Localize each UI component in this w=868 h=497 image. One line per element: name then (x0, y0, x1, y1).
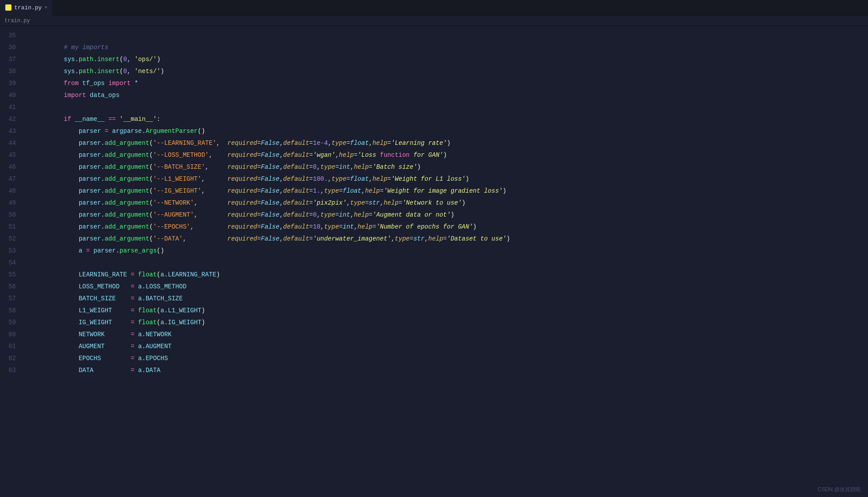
tab-train-py[interactable]: train.py × (0, 0, 53, 16)
code-area[interactable]: # my imports sys.path.insert(0, 'ops/') … (23, 26, 868, 497)
code-line-39: import data_ops (27, 78, 868, 89)
breadcrumb-bar: train.py (0, 16, 868, 26)
editor: 35 36 37 38 39 40 41 42 43 44 45 46 47 4… (0, 26, 868, 497)
line-numbers: 35 36 37 38 39 40 41 42 43 44 45 46 47 4… (0, 26, 23, 497)
code-line-40 (27, 89, 868, 101)
code-line-41: if __name__ == '__main__': (27, 101, 868, 113)
python-file-icon (5, 4, 12, 11)
close-icon[interactable]: × (44, 5, 47, 10)
breadcrumb: train.py (4, 18, 30, 24)
code-line-35: # my imports (27, 30, 868, 42)
tab-bar: train.py × (0, 0, 868, 16)
tab-filename: train.py (14, 4, 42, 11)
code-line-54: LEARNING_RATE = float(a.LEARNING_RATE) (27, 257, 868, 269)
code-line-36: sys.path.insert(0, 'ops/') (27, 42, 868, 54)
watermark: CSDN @攻其阴暗 (818, 486, 861, 493)
